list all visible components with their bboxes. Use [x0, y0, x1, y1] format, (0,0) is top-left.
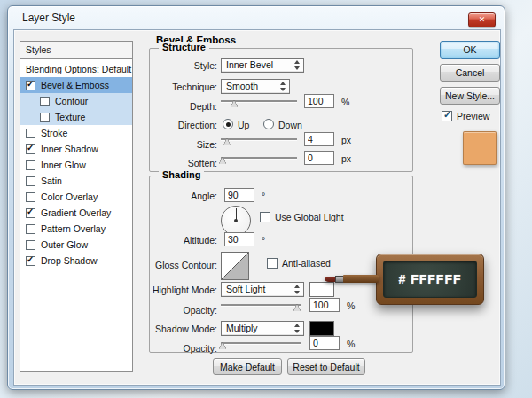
checkbox[interactable] [26, 176, 35, 186]
sidebar-item-label: Drop Shadow [41, 255, 98, 266]
size-input[interactable] [304, 132, 334, 146]
highlight-opacity-input[interactable] [309, 298, 340, 312]
slider-track[interactable] [221, 304, 301, 306]
shading-legend: Shading [159, 169, 204, 180]
checkbox[interactable] [40, 97, 50, 106]
anti-aliased-checkbox[interactable] [267, 258, 278, 269]
slider-track[interactable] [221, 342, 301, 344]
dial-hub [234, 219, 238, 222]
titlebar[interactable]: Layer Style ✕ [8, 6, 505, 29]
gloss-contour-label: Gloss Contour: [150, 260, 217, 270]
close-icon: ✕ [479, 15, 486, 24]
sidebar-item-gradient-overlay[interactable]: ✓ Gradient Overlay [20, 205, 132, 221]
sidebar-item-blending-options[interactable]: Blending Options: Default [20, 61, 132, 77]
sidebar-item-inner-shadow[interactable]: ✓ Inner Shadow [20, 141, 132, 157]
checkbox[interactable]: ✓ [26, 81, 35, 90]
sidebar-item-pattern-overlay[interactable]: Pattern Overlay [20, 221, 132, 237]
checkbox[interactable] [26, 160, 35, 170]
depth-slider[interactable] [221, 97, 297, 109]
soften-input[interactable] [304, 151, 334, 165]
size-slider[interactable] [221, 135, 297, 147]
slider-thumb[interactable] [293, 304, 301, 311]
shadow-opacity-slider[interactable] [221, 339, 301, 351]
angle-input[interactable] [224, 188, 254, 202]
altitude-label: Altitude: [150, 235, 217, 246]
style-label: Style: [150, 60, 217, 71]
sidebar-item-inner-glow[interactable]: Inner Glow [20, 157, 132, 173]
sidebar-item-color-overlay[interactable]: Color Overlay [20, 189, 132, 205]
checkbox[interactable]: ✓ [26, 256, 35, 266]
shadow-opacity-input[interactable] [309, 336, 340, 350]
new-style-button[interactable]: New Style... [440, 87, 500, 105]
angle-dial[interactable] [221, 206, 251, 236]
sidebar-item-stroke[interactable]: Stroke [20, 125, 132, 141]
direction-down-radio[interactable] [263, 119, 274, 129]
style-dropdown[interactable]: Inner Bevel [221, 58, 304, 73]
highlight-mode-dropdown[interactable]: Soft Light [221, 282, 304, 297]
checkbox[interactable] [26, 129, 35, 138]
shadow-mode-dropdown[interactable]: Multiply [221, 321, 304, 336]
ok-button[interactable]: OK [440, 41, 500, 59]
sidebar-item-outer-glow[interactable]: Outer Glow [20, 237, 132, 253]
close-button[interactable]: ✕ [468, 12, 496, 27]
sidebar-item-label: Stroke [41, 128, 67, 138]
desktop-background: Layer Style ✕ Styles Blending Options: D… [0, 0, 532, 398]
checkbox[interactable] [40, 113, 50, 122]
sidebar-item-texture[interactable]: Texture [20, 109, 132, 125]
checkbox[interactable] [26, 192, 35, 202]
direction-label: Direction: [150, 120, 217, 130]
checkbox[interactable] [26, 224, 35, 234]
slider-thumb[interactable] [219, 342, 226, 349]
make-default-button[interactable]: Make Default [213, 358, 282, 375]
sidebar-item-label: Outer Glow [41, 239, 88, 250]
window-title: Layer Style [22, 12, 75, 24]
sidebar-item-satin[interactable]: Satin [20, 173, 132, 189]
slider-track[interactable] [221, 157, 297, 159]
preview-label: Preview [457, 111, 489, 121]
sidebar-item-contour[interactable]: Contour [20, 93, 132, 109]
use-global-light-checkbox[interactable] [260, 212, 270, 222]
check-icon: ✓ [27, 143, 34, 152]
technique-label: Technique: [150, 82, 217, 92]
shadow-color-swatch[interactable] [309, 321, 334, 336]
slider-thumb[interactable] [223, 138, 231, 145]
checkbox[interactable]: ✓ [26, 208, 35, 218]
depth-input[interactable] [304, 94, 334, 108]
highlight-opacity-slider[interactable] [221, 300, 301, 313]
soften-label: Soften: [150, 158, 217, 168]
check-icon: ✓ [27, 79, 34, 89]
brush-icon [325, 275, 379, 283]
dialog-body: Styles Blending Options: Default ✓ Bevel… [13, 29, 501, 386]
preview-checkbox[interactable]: ✓ [442, 111, 452, 121]
chalkboard-callout: # FFFFFF [376, 254, 484, 305]
layer-style-dialog: Layer Style ✕ Styles Blending Options: D… [7, 5, 505, 390]
angle-unit: ° [262, 191, 265, 201]
reset-to-default-button[interactable]: Reset to Default [287, 358, 365, 375]
highlight-color-swatch[interactable] [309, 282, 334, 297]
gloss-contour-thumbnail[interactable] [221, 252, 249, 280]
slider-thumb[interactable] [231, 100, 238, 107]
combo-arrows-icon [293, 284, 301, 295]
size-label: Size: [150, 139, 217, 150]
checkbox[interactable]: ✓ [26, 144, 35, 154]
soften-unit: px [341, 153, 351, 164]
shadow-opacity-unit: % [347, 339, 355, 349]
use-global-light-label: Use Global Light [275, 212, 344, 222]
combo-arrows-icon [293, 323, 301, 334]
shading-group: Shading Angle: ° Use Global Light Altitu… [149, 176, 413, 353]
direction-up-radio[interactable] [223, 119, 233, 129]
soften-slider[interactable] [221, 153, 297, 166]
checkbox[interactable] [26, 240, 35, 250]
shadow-mode-value: Multiply [226, 323, 258, 333]
altitude-input[interactable] [224, 232, 254, 246]
slider-thumb[interactable] [219, 157, 226, 164]
technique-dropdown[interactable]: Smooth [221, 79, 290, 94]
cancel-button[interactable]: Cancel [440, 64, 500, 82]
sidebar-item-label: Texture [55, 112, 85, 122]
sidebar-item-drop-shadow[interactable]: ✓ Drop Shadow [20, 253, 132, 269]
angle-label: Angle: [150, 191, 217, 201]
slider-track[interactable] [221, 138, 297, 140]
sidebar-item-bevel-emboss[interactable]: ✓ Bevel & Emboss [20, 77, 132, 93]
structure-legend: Structure [159, 42, 209, 52]
direction-up-label: Up [238, 120, 249, 130]
